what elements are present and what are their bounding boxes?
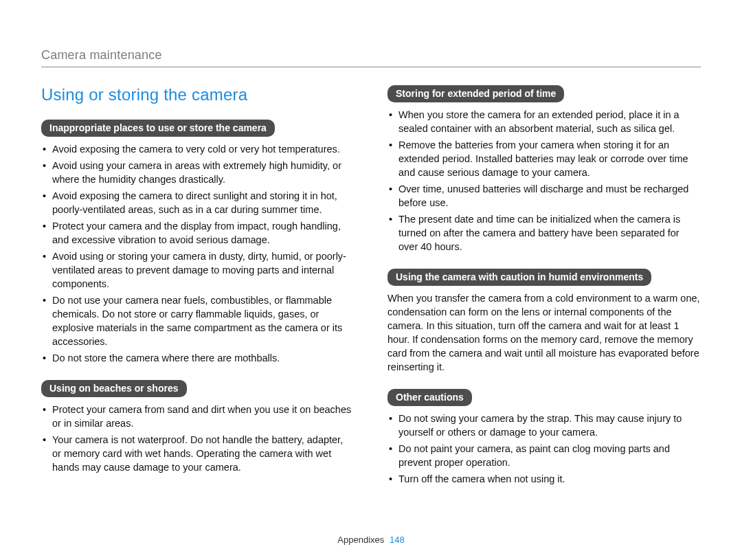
footer-section: Appendixes	[337, 535, 384, 545]
list-item: Do not swing your camera by the strap. T…	[389, 412, 701, 439]
divider	[41, 67, 701, 67]
list-item: Protect your camera and the display from…	[43, 219, 355, 247]
list-inappropriate-places: Avoid exposing the camera to very cold o…	[41, 142, 355, 365]
footer-page-number: 148	[390, 535, 405, 545]
list-beaches-shores: Protect your camera from sand and dirt w…	[41, 403, 355, 474]
subhead-beaches-shores: Using on beaches or shores	[41, 380, 187, 397]
para-humid-environments: When you transfer the camera from a cold…	[387, 291, 701, 374]
list-item: Avoid exposing the camera to very cold o…	[43, 142, 355, 156]
right-column: Storing for extended period of time When…	[387, 82, 701, 498]
list-item: Turn off the camera when not using it.	[389, 472, 701, 486]
subhead-other-cautions: Other cautions	[387, 389, 472, 406]
manual-page: Camera maintenance Using or storing the …	[0, 0, 742, 560]
list-item: Do not store the camera where there are …	[43, 351, 355, 365]
list-item: Over time, unused batteries will dischar…	[389, 182, 701, 210]
list-item: Do not use your camera near fuels, combu…	[43, 293, 355, 348]
page-title: Using or storing the camera	[41, 85, 355, 104]
list-item: Your camera is not waterproof. Do not ha…	[43, 433, 355, 474]
list-item: Avoid using or storing your camera in du…	[43, 249, 355, 291]
list-item: Protect your camera from sand and dirt w…	[43, 403, 355, 430]
breadcrumb: Camera maintenance	[41, 48, 701, 63]
list-item: Remove the batteries from your camera wh…	[389, 138, 701, 179]
subhead-inappropriate-places: Inappropriate places to use or store the…	[41, 120, 275, 137]
list-item: Do not paint your camera, as paint can c…	[389, 442, 701, 469]
list-item: When you store the camera for an extende…	[389, 108, 701, 135]
subhead-storing-extended: Storing for extended period of time	[387, 85, 564, 102]
list-storing-extended: When you store the camera for an extende…	[387, 108, 701, 254]
subhead-humid-environments: Using the camera with caution in humid e…	[387, 269, 651, 286]
content-columns: Using or storing the camera Inappropriat…	[41, 82, 701, 498]
page-footer: Appendixes 148	[0, 535, 742, 545]
list-item: Avoid using your camera in areas with ex…	[43, 159, 355, 186]
list-item: The present date and time can be initial…	[389, 212, 701, 254]
list-item: Avoid exposing the camera to direct sunl…	[43, 189, 355, 216]
list-other-cautions: Do not swing your camera by the strap. T…	[387, 412, 701, 486]
left-column: Using or storing the camera Inappropriat…	[41, 82, 355, 498]
